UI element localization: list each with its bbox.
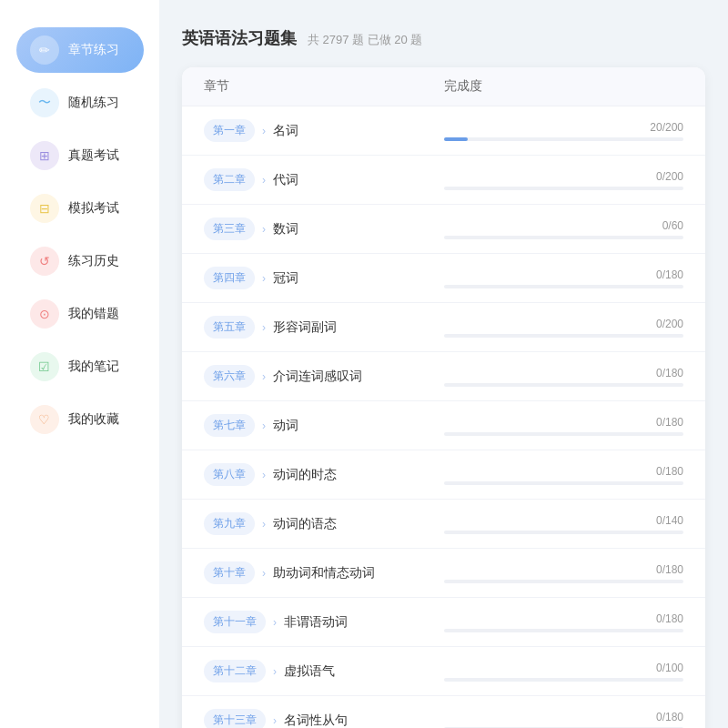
chapter-tag-10: 第十一章 [204,611,266,633]
chapter-left-5: 第六章›介词连词感叹词 [204,365,444,388]
progress-count-8: 0/140 [444,514,684,527]
chapter-arrow-icon-9: › [262,567,266,580]
wrong-icon: ⊙ [30,299,59,329]
chapter-left-4: 第五章›形容词副词 [204,316,444,339]
chapter-tag-2: 第三章 [204,217,255,240]
sidebar-label-fav: 我的收藏 [68,411,119,428]
sidebar-label-exam: 真题考试 [68,147,119,164]
table-row[interactable]: 第九章›动词的语态0/140 [182,500,705,549]
chapter-right-3: 0/180 [444,268,684,288]
chapter-arrow-icon-11: › [273,665,277,678]
chapter-right-2: 0/60 [444,219,684,239]
table-row[interactable]: 第一章›名词20/200 [182,106,705,156]
chapter-tag-3: 第四章 [204,267,255,289]
table-row[interactable]: 第十三章›名词性从句0/180 [182,696,705,728]
chapter-tag-9: 第十章 [204,561,255,584]
chapter-right-11: 0/100 [444,662,684,682]
chapter-right-1: 0/200 [444,170,684,190]
chapter-name-4: 形容词副词 [273,319,337,336]
sidebar-item-mock[interactable]: ⊟模拟考试 [16,186,144,231]
chapter-name-6: 动词 [273,418,298,434]
chapter-left-9: 第十章›助动词和情态动词 [204,561,444,584]
chapter-name-12: 名词性从句 [284,713,348,729]
progress-bar-bg-4 [444,334,684,338]
sidebar-item-random[interactable]: 〜随机练习 [16,80,144,126]
sidebar-item-history[interactable]: ↺练习历史 [16,238,144,284]
sidebar-label-notes: 我的笔记 [68,359,119,375]
chapter-tag-4: 第五章 [204,316,255,339]
sidebar-label-wrong: 我的错题 [68,306,119,322]
chapter-name-10: 非谓语动词 [284,614,348,631]
sidebar-item-exam[interactable]: ⊞真题考试 [16,133,144,178]
progress-bar-bg-1 [444,187,684,190]
chapter-name-8: 动词的语态 [273,516,337,532]
progress-count-9: 0/180 [444,563,684,576]
progress-count-12: 0/180 [444,711,684,723]
chapter-tag-0: 第一章 [204,119,255,142]
progress-count-3: 0/180 [444,268,684,281]
sidebar-item-notes[interactable]: ☑我的笔记 [16,344,144,389]
sidebar-item-wrong[interactable]: ⊙我的错题 [16,291,144,337]
chapter-right-6: 0/180 [444,416,684,436]
chapter-name-3: 冠词 [273,270,298,287]
chapter-arrow-icon-5: › [262,370,266,383]
chapter-name-2: 数词 [273,221,298,238]
progress-count-11: 0/100 [444,662,684,674]
chapter-right-8: 0/140 [444,514,684,534]
progress-count-5: 0/180 [444,367,684,379]
chapter-arrow-icon-6: › [262,420,266,432]
progress-bar-bg-0 [444,137,684,141]
content-card: 章节 完成度 第一章›名词20/200第二章›代词0/200第三章›数词0/60… [182,67,705,728]
random-icon: 〜 [30,88,59,117]
col-completion: 完成度 [444,78,684,95]
exam-icon: ⊞ [30,141,59,170]
sidebar-label-history: 练习历史 [68,253,119,269]
progress-count-2: 0/60 [444,219,684,232]
chapter-arrow-icon-3: › [262,272,266,285]
chapter-tag-11: 第十二章 [204,660,266,682]
chapter-left-7: 第八章›动词的时态 [204,463,444,486]
mock-icon: ⊟ [30,194,59,223]
progress-bar-bg-9 [444,580,684,583]
table-row[interactable]: 第十一章›非谓语动词0/180 [182,598,705,647]
chapter-arrow-icon-8: › [262,518,266,531]
progress-bar-bg-7 [444,481,684,485]
table-header: 章节 完成度 [182,67,705,106]
chapter-arrow-icon-0: › [262,125,266,137]
progress-bar-bg-6 [444,432,684,436]
chapter-name-9: 助动词和情态动词 [273,565,375,581]
chapter-left-1: 第二章›代词 [204,168,444,191]
table-row[interactable]: 第四章›冠词0/180 [182,254,705,303]
chapter-tag-8: 第九章 [204,512,255,535]
table-row[interactable]: 第六章›介词连词感叹词0/180 [182,352,705,401]
chapter-name-5: 介词连词感叹词 [273,369,362,385]
sidebar-label-mock: 模拟考试 [68,200,119,217]
sidebar-item-fav[interactable]: ♡我的收藏 [16,397,144,442]
chapter-left-3: 第四章›冠词 [204,267,444,289]
progress-count-6: 0/180 [444,416,684,429]
table-row[interactable]: 第八章›动词的时态0/180 [182,450,705,500]
table-row[interactable]: 第二章›代词0/200 [182,156,705,205]
chapter-arrow-icon-2: › [262,223,266,236]
progress-bar-bg-8 [444,531,684,534]
table-row[interactable]: 第十二章›虚拟语气0/100 [182,647,705,696]
table-row[interactable]: 第十章›助动词和情态动词0/180 [182,549,705,598]
chapter-right-5: 0/180 [444,367,684,387]
sidebar-item-chapter[interactable]: ✏章节练习 [16,27,144,73]
sidebar: ✏章节练习〜随机练习⊞真题考试⊟模拟考试↺练习历史⊙我的错题☑我的笔记♡我的收藏 [0,0,159,728]
chapter-name-7: 动词的时态 [273,467,337,483]
progress-count-10: 0/180 [444,612,684,625]
chapter-left-12: 第十三章›名词性从句 [204,709,444,728]
sidebar-label-chapter: 章节练习 [68,42,119,58]
chapter-right-9: 0/180 [444,563,684,583]
chapter-name-11: 虚拟语气 [284,663,335,680]
table-row[interactable]: 第三章›数词0/60 [182,205,705,254]
chapter-left-11: 第十二章›虚拟语气 [204,660,444,682]
table-row[interactable]: 第五章›形容词副词0/200 [182,303,705,352]
chapter-icon: ✏ [30,35,59,65]
table-row[interactable]: 第七章›动词0/180 [182,401,705,450]
chapter-left-6: 第七章›动词 [204,414,444,437]
chapter-right-4: 0/200 [444,318,684,338]
chapter-left-8: 第九章›动词的语态 [204,512,444,535]
chapter-list: 第一章›名词20/200第二章›代词0/200第三章›数词0/60第四章›冠词0… [182,106,705,728]
